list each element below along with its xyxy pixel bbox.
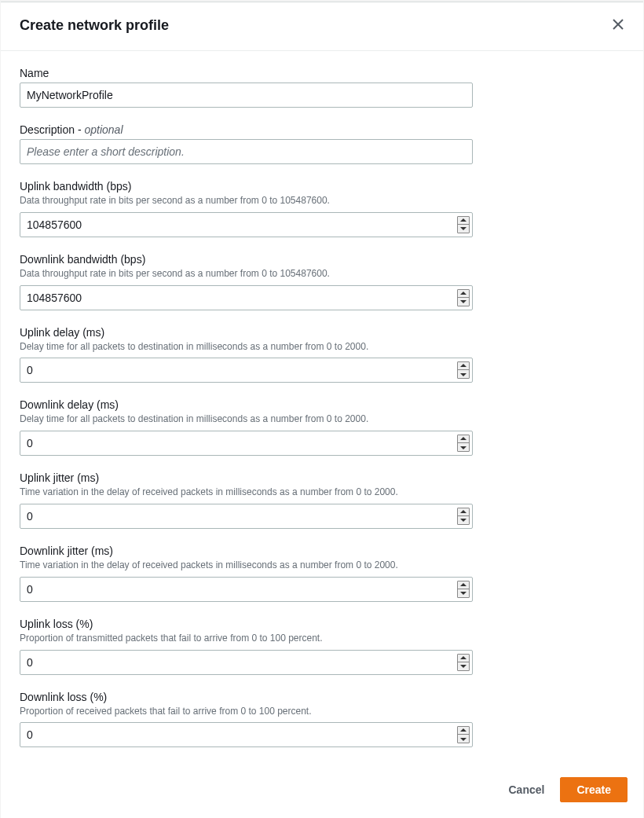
downlink-delay-input[interactable] — [20, 431, 473, 456]
stepper-down-button[interactable] — [458, 516, 469, 524]
downlink-jitter-field-group: Downlink jitter (ms) Time variation in t… — [20, 545, 624, 602]
uplink-jitter-label: Uplink jitter (ms) — [20, 471, 624, 484]
uplink-delay-input[interactable] — [20, 358, 473, 383]
name-input[interactable] — [20, 83, 473, 108]
uplink-bandwidth-help: Data throughput rate in bits per second … — [20, 194, 624, 207]
downlink-jitter-label: Downlink jitter (ms) — [20, 545, 624, 557]
uplink-bandwidth-label: Uplink bandwidth (bps) — [20, 180, 624, 193]
downlink-loss-field-group: Downlink loss (%) Proportion of received… — [20, 691, 624, 748]
create-button[interactable]: Create — [560, 777, 628, 802]
chevron-down-icon — [460, 226, 467, 230]
stepper-down-button[interactable] — [458, 298, 469, 306]
uplink-loss-help: Proportion of transmitted packets that f… — [20, 632, 624, 645]
create-network-profile-modal: Create network profile Name Description … — [1, 2, 643, 818]
chevron-up-icon — [460, 364, 467, 368]
chevron-up-icon — [460, 728, 467, 732]
downlink-jitter-stepper — [457, 581, 470, 598]
stepper-down-button[interactable] — [458, 225, 469, 233]
uplink-bandwidth-input[interactable] — [20, 212, 473, 237]
uplink-delay-stepper — [457, 361, 470, 379]
uplink-delay-help: Delay time for all packets to destinatio… — [20, 340, 624, 354]
close-icon — [612, 18, 624, 33]
modal-title: Create network profile — [20, 17, 169, 34]
uplink-loss-input[interactable] — [20, 650, 473, 675]
chevron-down-icon — [460, 591, 467, 595]
uplink-loss-field-group: Uplink loss (%) Proportion of transmitte… — [20, 618, 624, 675]
downlink-jitter-input[interactable] — [20, 577, 473, 602]
downlink-delay-label: Downlink delay (ms) — [20, 398, 624, 411]
chevron-up-icon — [460, 583, 467, 587]
stepper-up-button[interactable] — [458, 435, 469, 443]
chevron-down-icon — [460, 737, 467, 741]
stepper-down-button[interactable] — [458, 443, 469, 451]
uplink-loss-label: Uplink loss (%) — [20, 618, 624, 630]
stepper-up-button[interactable] — [458, 508, 469, 516]
uplink-jitter-field-group: Uplink jitter (ms) Time variation in the… — [20, 471, 624, 529]
uplink-loss-stepper — [457, 654, 470, 671]
downlink-loss-input[interactable] — [20, 722, 473, 747]
downlink-bandwidth-input[interactable] — [20, 285, 473, 310]
uplink-jitter-stepper — [457, 508, 470, 525]
uplink-jitter-input[interactable] — [20, 504, 473, 529]
uplink-jitter-help: Time variation in the delay of received … — [20, 486, 624, 499]
chevron-down-icon — [460, 518, 467, 522]
chevron-up-icon — [460, 292, 467, 295]
uplink-bandwidth-field-group: Uplink bandwidth (bps) Data throughput r… — [20, 180, 624, 237]
stepper-up-button[interactable] — [458, 655, 469, 662]
modal-footer: Cancel Create — [1, 765, 643, 818]
chevron-up-icon — [460, 656, 467, 660]
uplink-bandwidth-stepper — [457, 216, 470, 233]
chevron-up-icon — [460, 437, 467, 441]
chevron-down-icon — [460, 446, 467, 449]
stepper-up-button[interactable] — [458, 581, 469, 589]
chevron-down-icon — [460, 664, 467, 668]
downlink-bandwidth-help: Data throughput rate in bits per second … — [20, 267, 624, 281]
modal-header: Create network profile — [1, 2, 643, 51]
chevron-up-icon — [460, 218, 467, 222]
downlink-delay-help: Delay time for all packets to destinatio… — [20, 413, 624, 426]
modal-body: Name Description - optional Uplink bandw… — [1, 51, 643, 765]
downlink-loss-label: Downlink loss (%) — [20, 691, 624, 703]
downlink-jitter-help: Time variation in the delay of received … — [20, 559, 624, 572]
downlink-delay-stepper — [457, 435, 470, 452]
stepper-up-button[interactable] — [458, 362, 469, 370]
stepper-down-button[interactable] — [458, 735, 469, 743]
stepper-down-button[interactable] — [458, 370, 469, 378]
downlink-bandwidth-label: Downlink bandwidth (bps) — [20, 253, 624, 266]
downlink-loss-stepper — [457, 726, 470, 743]
stepper-up-button[interactable] — [458, 217, 469, 225]
downlink-bandwidth-field-group: Downlink bandwidth (bps) Data throughput… — [20, 253, 624, 310]
stepper-up-button[interactable] — [458, 727, 469, 735]
chevron-down-icon — [460, 372, 467, 376]
description-field-group: Description - optional — [20, 123, 624, 164]
description-input[interactable] — [20, 139, 473, 164]
close-button[interactable] — [609, 15, 628, 36]
chevron-down-icon — [460, 299, 467, 303]
cancel-button[interactable]: Cancel — [502, 777, 551, 802]
stepper-up-button[interactable] — [458, 290, 469, 298]
stepper-down-button[interactable] — [458, 589, 469, 597]
stepper-down-button[interactable] — [458, 662, 469, 670]
uplink-delay-label: Uplink delay (ms) — [20, 326, 624, 339]
description-label: Description - optional — [20, 123, 624, 136]
name-field-group: Name — [20, 67, 624, 108]
name-label: Name — [20, 67, 624, 79]
uplink-delay-field-group: Uplink delay (ms) Delay time for all pac… — [20, 326, 624, 383]
downlink-loss-help: Proportion of received packets that fail… — [20, 705, 624, 718]
downlink-bandwidth-stepper — [457, 289, 470, 306]
downlink-delay-field-group: Downlink delay (ms) Delay time for all p… — [20, 398, 624, 456]
chevron-up-icon — [460, 510, 467, 514]
